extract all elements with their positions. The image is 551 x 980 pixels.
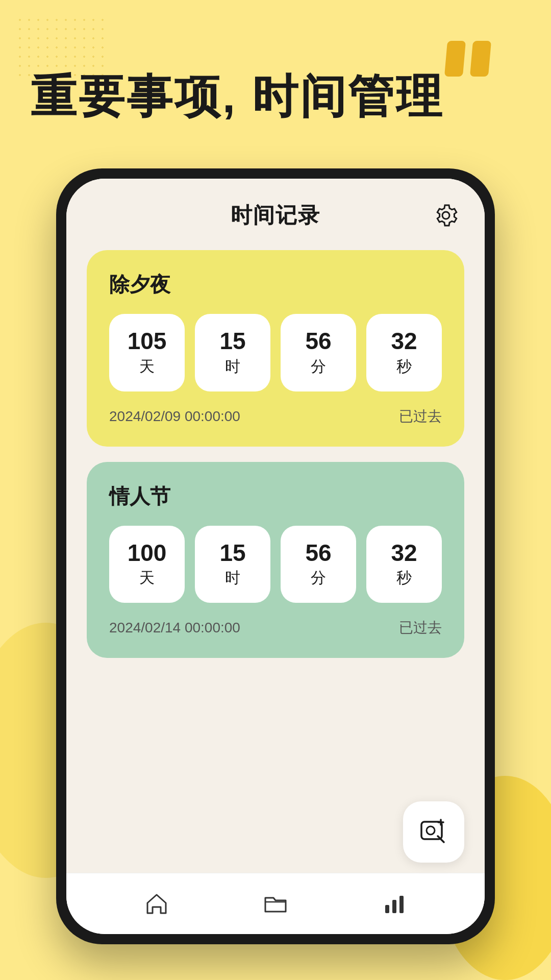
event-name-chuxi: 除夕夜 <box>109 271 442 299</box>
svg-point-1 <box>427 826 435 835</box>
hours-value-2: 15 <box>219 540 245 566</box>
days-label-1: 天 <box>139 356 155 377</box>
fab-add-button[interactable] <box>403 801 464 863</box>
event-card-chuxi: 除夕夜 105 天 15 时 56 分 32 <box>87 250 464 447</box>
minutes-value-1: 56 <box>305 328 331 354</box>
home-icon <box>143 891 170 917</box>
event-footer-qingrenjie: 2024/02/14 00:00:00 已过去 <box>109 618 442 638</box>
hours-value-1: 15 <box>219 328 245 354</box>
event-date-qingrenjie: 2024/02/14 00:00:00 <box>109 620 240 636</box>
hours-label-1: 时 <box>225 356 240 377</box>
content-area: 除夕夜 105 天 15 时 56 分 32 <box>66 240 485 873</box>
phone-mockup: 时间记录 除夕夜 105 天 15 <box>56 168 495 944</box>
settings-icon[interactable] <box>433 202 459 229</box>
nav-item-home[interactable] <box>136 884 177 924</box>
time-unit-hours-2: 15 时 <box>195 526 270 603</box>
minutes-label-1: 分 <box>311 356 326 377</box>
event-footer-chuxi: 2024/02/09 00:00:00 已过去 <box>109 407 442 426</box>
event-status-qingrenjie: 已过去 <box>399 618 442 638</box>
time-unit-minutes-1: 56 分 <box>281 314 356 391</box>
seconds-value-1: 32 <box>391 328 417 354</box>
days-value-1: 105 <box>128 328 167 354</box>
svg-rect-6 <box>385 905 389 913</box>
app-title: 时间记录 <box>231 201 320 230</box>
event-name-qingrenjie: 情人节 <box>109 482 442 510</box>
days-label-2: 天 <box>139 568 155 589</box>
time-units-qingrenjie: 100 天 15 时 56 分 32 秒 <box>109 526 442 603</box>
minutes-label-2: 分 <box>311 568 326 589</box>
folder-icon <box>262 891 289 917</box>
time-units-chuxi: 105 天 15 时 56 分 32 秒 <box>109 314 442 391</box>
bg-dots-decoration <box>15 15 107 77</box>
minutes-value-2: 56 <box>305 540 331 566</box>
event-card-qingrenjie: 情人节 100 天 15 时 56 分 32 <box>87 462 464 658</box>
seconds-label-1: 秒 <box>396 356 412 377</box>
svg-rect-7 <box>392 900 396 913</box>
seconds-label-2: 秒 <box>396 568 412 589</box>
time-unit-hours-1: 15 时 <box>195 314 270 391</box>
nav-item-stats[interactable] <box>374 884 415 924</box>
add-photo-icon <box>418 817 449 847</box>
time-unit-minutes-2: 56 分 <box>281 526 356 603</box>
event-status-chuxi: 已过去 <box>399 407 442 426</box>
time-unit-seconds-2: 32 秒 <box>366 526 442 603</box>
hours-label-2: 时 <box>225 568 240 589</box>
app-header: 时间记录 <box>66 179 485 240</box>
stats-icon <box>381 891 408 917</box>
page-headline: 重要事项, 时间管理 <box>31 71 520 122</box>
time-unit-days-1: 105 天 <box>109 314 185 391</box>
nav-item-folder[interactable] <box>255 884 296 924</box>
seconds-value-2: 32 <box>391 540 417 566</box>
time-unit-days-2: 100 天 <box>109 526 185 603</box>
time-unit-seconds-1: 32 秒 <box>366 314 442 391</box>
phone-screen: 时间记录 除夕夜 105 天 15 <box>66 179 485 934</box>
svg-rect-8 <box>399 896 404 913</box>
event-date-chuxi: 2024/02/09 00:00:00 <box>109 408 240 425</box>
days-value-2: 100 <box>128 540 167 566</box>
bottom-nav <box>66 873 485 934</box>
